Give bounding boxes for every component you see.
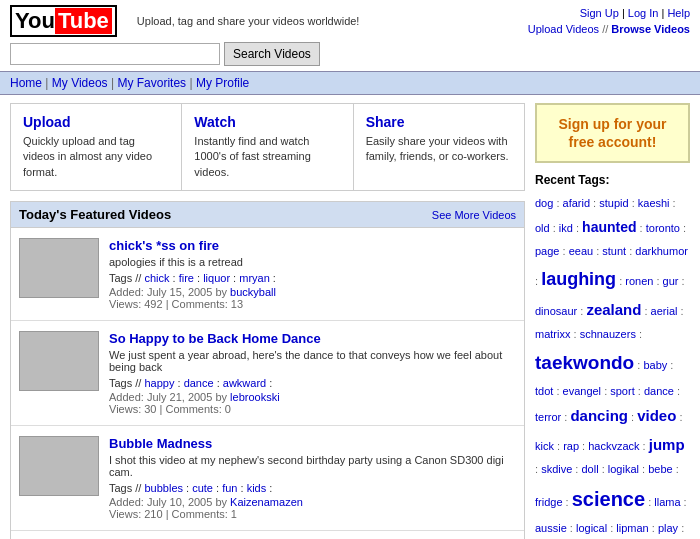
top-nav-links: Sign Up | Log In | Help: [528, 7, 690, 19]
share-title: Share: [366, 114, 512, 130]
video-stats: Views: 210 | Comments: 1: [109, 508, 516, 520]
tag-sport[interactable]: sport: [610, 385, 634, 397]
video-item: chick's *ss on fire apologies if this is…: [11, 228, 524, 321]
featured-header: Today's Featured Videos See More Videos: [11, 202, 524, 228]
tag-skdive[interactable]: skdive: [541, 463, 572, 475]
video-tags: Tags // happy : dance : awkward :: [109, 377, 516, 389]
video-title-link[interactable]: chick's *ss on fire: [109, 238, 516, 253]
tag-doll[interactable]: doll: [581, 463, 598, 475]
tag-logikal[interactable]: logikal: [608, 463, 639, 475]
tag-dance[interactable]: dance: [184, 377, 214, 389]
tag-kids[interactable]: kids: [247, 482, 267, 494]
nav-my-profile[interactable]: My Profile: [196, 76, 249, 90]
video-info: chick's *ss on fire apologies if this is…: [109, 238, 516, 310]
tag-bubbles[interactable]: bubbles: [144, 482, 183, 494]
logo-you: You: [15, 8, 55, 34]
tag-terror[interactable]: terror: [535, 411, 561, 423]
tag-fun[interactable]: fun: [222, 482, 237, 494]
video-info: Bubble Madness I shot this video at my n…: [109, 436, 516, 520]
search-bar: Search Videos: [10, 42, 320, 66]
search-input[interactable]: [10, 43, 220, 65]
upload-videos-link[interactable]: Upload Videos: [528, 23, 599, 35]
tag-matrixx[interactable]: matrixx: [535, 328, 570, 340]
tag-kaeshi[interactable]: kaeshi: [638, 197, 670, 209]
tag-darkhumor[interactable]: darkhumor: [635, 245, 688, 257]
video-title-link[interactable]: Bubble Madness: [109, 436, 516, 451]
signup-box: Sign up for your free account!: [535, 103, 690, 163]
tag-rap[interactable]: rap: [563, 440, 579, 452]
video-item: Dancing A brief lesson in how look grace…: [11, 531, 524, 539]
tag-kick[interactable]: kick: [535, 440, 554, 452]
video-item: So Happy to be Back Home Dance We just s…: [11, 321, 524, 426]
tag-zealand[interactable]: zealand: [586, 301, 641, 318]
log-in-link[interactable]: Log In: [628, 7, 659, 19]
youtube-logo[interactable]: YouTube: [10, 5, 117, 37]
feature-boxes: Upload Quickly upload and tag videos in …: [10, 103, 525, 191]
tag-old[interactable]: old: [535, 222, 550, 234]
tag-fridge[interactable]: fridge: [535, 496, 563, 508]
video-meta: Added: July 21, 2005 by lebrookski: [109, 391, 516, 403]
tag-taekwondo[interactable]: taekwondo: [535, 352, 634, 373]
tag-aerial[interactable]: aerial: [651, 305, 678, 317]
tag-cute[interactable]: cute: [192, 482, 213, 494]
tag-llama[interactable]: llama: [654, 496, 680, 508]
video-author[interactable]: buckyball: [230, 286, 276, 298]
share-desc: Easily share your videos with family, fr…: [366, 134, 512, 165]
tag-dancing2[interactable]: dancing: [570, 407, 628, 424]
tag-liquor[interactable]: liquor: [203, 272, 230, 284]
browse-videos-link[interactable]: Browse Videos: [611, 23, 690, 35]
upload-browse-links: Upload Videos // Browse Videos: [528, 23, 690, 35]
tag-hackvzack[interactable]: hackvzack: [588, 440, 639, 452]
tag-happy[interactable]: happy: [144, 377, 174, 389]
tag-dance2[interactable]: dance: [644, 385, 674, 397]
tag-stunt[interactable]: stunt: [602, 245, 626, 257]
tag-video[interactable]: video: [637, 407, 676, 424]
tag-ikd[interactable]: ikd: [559, 222, 573, 234]
tag-jump[interactable]: jump: [649, 436, 685, 453]
video-item: Bubble Madness I shot this video at my n…: [11, 426, 524, 531]
tag-play[interactable]: play: [658, 522, 678, 534]
tag-dinosaur[interactable]: dinosaur: [535, 305, 577, 317]
tag-afarid[interactable]: afarid: [563, 197, 591, 209]
tag-logical[interactable]: logical: [576, 522, 607, 534]
tag-baby[interactable]: baby: [643, 359, 667, 371]
tag-science[interactable]: science: [572, 488, 645, 510]
tag-bebe[interactable]: bebe: [648, 463, 672, 475]
sign-up-link[interactable]: Sign Up: [580, 7, 619, 19]
video-author[interactable]: lebrookski: [230, 391, 280, 403]
upload-title: Upload: [23, 114, 169, 130]
tag-stupid[interactable]: stupid: [599, 197, 628, 209]
featured-title: Today's Featured Videos: [19, 207, 171, 222]
tag-fire[interactable]: fire: [179, 272, 194, 284]
video-thumb: [19, 331, 99, 391]
tag-eeau[interactable]: eeau: [569, 245, 593, 257]
tag-aussie[interactable]: aussie: [535, 522, 567, 534]
tag-mryan[interactable]: mryan: [239, 272, 270, 284]
video-author[interactable]: Kaizenamazen: [230, 496, 303, 508]
tag-toronto[interactable]: toronto: [646, 222, 680, 234]
video-title-link[interactable]: So Happy to be Back Home Dance: [109, 331, 516, 346]
see-more-videos-link[interactable]: See More Videos: [432, 209, 516, 221]
tag-page[interactable]: page: [535, 245, 559, 257]
tag-tdot[interactable]: tdot: [535, 385, 553, 397]
tag-lipman[interactable]: lipman: [616, 522, 648, 534]
tag-awkward[interactable]: awkward: [223, 377, 266, 389]
tag-haunted[interactable]: haunted: [582, 219, 636, 235]
tag-chick[interactable]: chick: [144, 272, 169, 284]
tag-schnauzers[interactable]: schnauzers: [580, 328, 636, 340]
video-meta: Added: July 10, 2005 by Kaizenamazen: [109, 496, 516, 508]
share-feature: Share Easily share your videos with fami…: [354, 104, 524, 190]
tag-ronen[interactable]: ronen: [625, 275, 653, 287]
help-link[interactable]: Help: [667, 7, 690, 19]
nav-my-videos[interactable]: My Videos: [52, 76, 108, 90]
tag-dog[interactable]: dog: [535, 197, 553, 209]
upload-feature: Upload Quickly upload and tag videos in …: [11, 104, 182, 190]
tag-laughing[interactable]: laughing: [541, 269, 616, 289]
search-button[interactable]: Search Videos: [224, 42, 320, 66]
upload-desc: Quickly upload and tag videos in almost …: [23, 134, 169, 180]
tagline: Upload, tag and share your videos worldw…: [137, 15, 360, 27]
nav-my-favorites[interactable]: My Favorites: [117, 76, 186, 90]
nav-home[interactable]: Home: [10, 76, 42, 90]
tag-evangel[interactable]: evangel: [563, 385, 602, 397]
tag-gur[interactable]: gur: [663, 275, 679, 287]
